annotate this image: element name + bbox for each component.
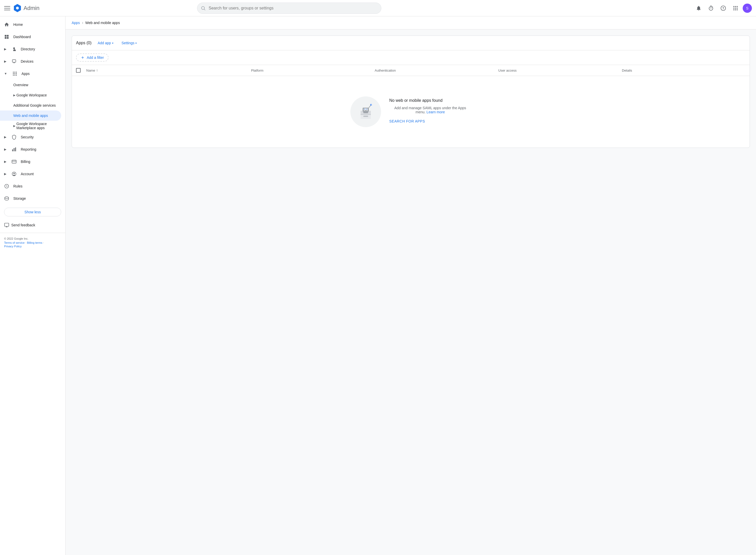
svg-rect-31 <box>13 148 14 152</box>
sidebar-sub-item-overview[interactable]: Overview <box>0 80 61 90</box>
search-for-apps-button[interactable]: SEARCH FOR APPS <box>389 117 471 125</box>
svg-rect-26 <box>16 73 16 74</box>
svg-text:?: ? <box>722 6 724 10</box>
svg-rect-48 <box>363 116 368 117</box>
sidebar-item-apps[interactable]: ▼ Apps <box>0 68 61 80</box>
sidebar-item-rules[interactable]: Rules <box>0 180 61 192</box>
svg-point-52 <box>366 109 367 110</box>
empty-illustration: ✦ <box>350 96 381 127</box>
sidebar-sub-item-web-mobile-apps[interactable]: Web and mobile apps <box>0 111 61 121</box>
help-icon[interactable]: ? <box>718 3 728 13</box>
learn-more-link[interactable]: Learn more <box>427 110 445 114</box>
storage-icon <box>4 196 9 201</box>
add-filter-button[interactable]: Add a filter <box>76 53 109 61</box>
svg-rect-32 <box>15 147 16 152</box>
directory-expand-icon: ▶ <box>4 47 6 51</box>
svg-rect-8 <box>735 8 736 9</box>
svg-rect-6 <box>737 6 738 7</box>
breadcrumb-apps-link[interactable]: Apps <box>72 21 80 25</box>
sidebar-item-home[interactable]: Home <box>0 18 61 31</box>
svg-rect-4 <box>733 6 734 7</box>
svg-rect-7 <box>733 8 734 9</box>
sidebar-sub-item-google-workspace[interactable]: ▶ Google Workspace <box>0 90 61 100</box>
svg-point-51 <box>364 109 365 110</box>
sidebar-sub-item-marketplace[interactable]: ▶ Google Workspace Marketplace apps <box>0 121 61 131</box>
sidebar-sub-item-additional-google[interactable]: Additional Google services <box>0 100 61 111</box>
svg-rect-47 <box>363 112 368 113</box>
reporting-expand-icon: ▶ <box>4 147 6 151</box>
svg-rect-10 <box>733 9 734 10</box>
empty-content: ✦ No web or mobile apps found Add and ma… <box>350 96 471 127</box>
timer-icon[interactable] <box>706 3 716 13</box>
svg-rect-13 <box>5 35 7 37</box>
content-area: Apps › Web and mobile apps Apps (0) Add … <box>66 16 756 555</box>
security-expand-icon: ▶ <box>4 135 6 139</box>
svg-point-38 <box>5 197 9 199</box>
select-all-checkbox[interactable] <box>76 68 86 73</box>
grid-icon[interactable] <box>730 3 741 13</box>
google-admin-logo <box>13 4 22 12</box>
show-less-button[interactable]: Show less <box>4 208 61 216</box>
sidebar-item-security[interactable]: ▶ Security <box>0 131 61 143</box>
directory-icon <box>11 47 16 52</box>
search-bar <box>197 3 381 14</box>
svg-rect-39 <box>5 223 9 227</box>
send-feedback-button[interactable]: Send feedback <box>0 219 65 231</box>
sidebar-item-billing[interactable]: ▶ Billing <box>0 156 61 168</box>
avatar[interactable]: S <box>743 4 752 13</box>
dashboard-icon <box>4 34 9 39</box>
svg-line-1 <box>204 9 205 10</box>
menu-icon[interactable] <box>4 5 10 11</box>
svg-rect-21 <box>13 72 13 73</box>
svg-rect-16 <box>7 37 9 39</box>
devices-icon <box>11 59 16 64</box>
svg-rect-29 <box>16 75 16 76</box>
reporting-icon <box>11 147 16 152</box>
sidebar: Home Dashboard ▶ Directory ▶ Devices <box>0 16 66 555</box>
svg-rect-27 <box>13 75 13 76</box>
privacy-policy-link[interactable]: Privacy Policy <box>4 245 22 248</box>
sidebar-item-reporting[interactable]: ▶ Reporting <box>0 143 61 156</box>
search-icon <box>201 6 206 11</box>
sidebar-item-storage[interactable]: Storage <box>0 192 61 205</box>
column-authentication-header: Authentication <box>375 69 498 72</box>
devices-expand-icon: ▶ <box>4 59 6 63</box>
notifications-icon[interactable] <box>693 3 704 13</box>
column-name-header[interactable]: Name ↑ <box>86 68 251 72</box>
sidebar-item-directory[interactable]: ▶ Directory <box>0 43 61 55</box>
filter-row: Add a filter <box>72 50 750 65</box>
svg-rect-15 <box>5 37 7 39</box>
sidebar-item-devices[interactable]: ▶ Devices <box>0 55 61 68</box>
svg-rect-14 <box>7 35 9 37</box>
empty-text-area: No web or mobile apps found Add and mana… <box>389 98 471 125</box>
svg-rect-5 <box>735 6 736 7</box>
billing-expand-icon: ▶ <box>4 160 6 163</box>
apps-expand-icon: ▼ <box>4 72 7 76</box>
svg-rect-25 <box>14 73 15 74</box>
billing-terms-link[interactable]: Billing terms <box>27 241 42 244</box>
sidebar-item-dashboard[interactable]: Dashboard <box>0 31 61 43</box>
empty-illustration-svg: ✦ <box>356 101 376 122</box>
sidebar-item-account[interactable]: ▶ Account <box>0 168 61 180</box>
feedback-icon <box>4 222 9 228</box>
column-details-header: Details <box>622 69 746 72</box>
empty-state: ✦ No web or mobile apps found Add and ma… <box>72 76 750 147</box>
sidebar-footer: © 2022 Google Inc. Terms of service · Bi… <box>0 233 65 252</box>
column-user-access-header: User access <box>498 69 622 72</box>
svg-rect-24 <box>13 73 13 74</box>
billing-icon <box>11 159 16 164</box>
svg-rect-22 <box>14 72 15 73</box>
svg-rect-12 <box>737 9 738 10</box>
svg-rect-23 <box>16 72 16 73</box>
gw-expand-icon: ▶ <box>13 94 15 97</box>
add-app-button[interactable]: Add app ▾ <box>95 39 115 47</box>
svg-rect-30 <box>12 150 13 152</box>
account-icon <box>11 171 16 176</box>
breadcrumb: Apps › Web and mobile apps <box>66 16 756 30</box>
settings-button[interactable]: Settings ▾ <box>120 39 139 47</box>
marketplace-expand-icon: ▶ <box>13 124 15 128</box>
terms-of-service-link[interactable]: Terms of service <box>4 241 25 244</box>
search-input[interactable] <box>197 3 381 14</box>
app-title: Admin <box>24 5 39 11</box>
svg-rect-18 <box>12 59 15 62</box>
